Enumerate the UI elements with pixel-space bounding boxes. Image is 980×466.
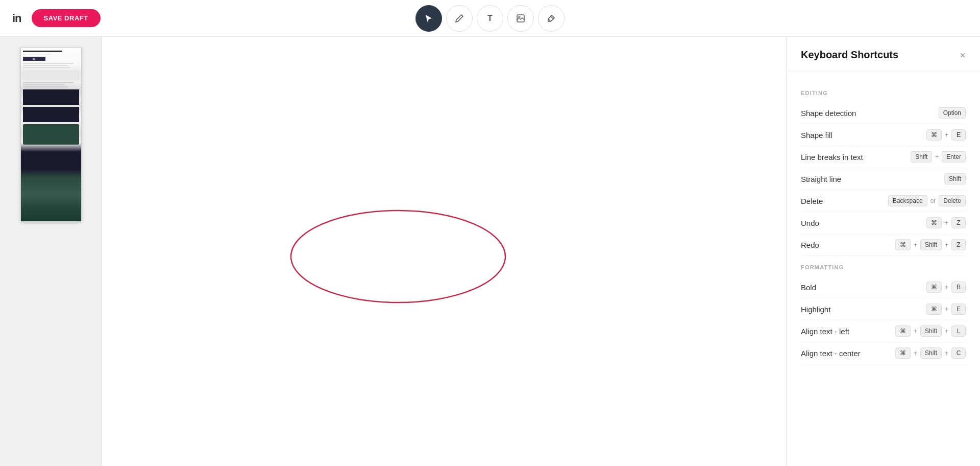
shortcut-keys-align-center: ⌘ + Shift + C [895,347,966,359]
key-cmd-redo: ⌘ [895,239,911,250]
shortcuts-title: Keyboard Shortcuts [801,49,898,61]
shortcut-bold: Bold ⌘ + B [801,276,966,298]
shortcut-straight-line: Straight line Shift [801,168,966,190]
shortcut-align-left: Align text - left ⌘ + Shift + L [801,320,966,342]
plus-linebreak: + [934,153,940,160]
key-shift-redo: Shift [920,239,942,250]
shortcut-highlight: Highlight ⌘ + E [801,298,966,320]
thumbnail-preview: M3 [21,48,81,221]
shortcut-name-bold: Bold [801,283,816,292]
shortcut-keys-undo: ⌘ + Z [926,217,966,228]
key-e-shapefill: E [951,129,966,141]
shortcut-keys-delete: Backspace or Delete [888,195,966,206]
key-cmd-alignleft: ⌘ [895,325,911,337]
editing-section-label: EDITING [801,90,966,96]
key-cmd-highlight: ⌘ [926,304,942,315]
plus-alignleft-1: + [913,328,918,335]
shortcut-name-align-center: Align text - center [801,349,861,358]
shortcut-name-redo: Redo [801,241,819,249]
shortcuts-content: EDITING Shape detection Option Shape fil… [787,72,980,375]
key-l-alignleft: L [951,325,966,337]
shortcut-keys-redo: ⌘ + Shift + Z [895,239,966,250]
plus-highlight: + [944,306,949,313]
formatting-section-label: FORMATTING [801,264,966,270]
shortcut-name-undo: Undo [801,219,819,227]
plus-aligncenter-1: + [913,350,918,357]
shortcut-keys-line-breaks: Shift + Enter [911,151,966,162]
svg-point-1 [519,16,520,18]
plus-shapefill: + [944,131,949,138]
key-z-undo: Z [951,217,966,228]
shortcut-keys-highlight: ⌘ + E [926,304,966,315]
shortcut-align-center: Align text - center ⌘ + Shift + C [801,342,966,364]
save-draft-button[interactable]: SAVE DRAFT [32,9,101,27]
key-cmd-undo: ⌘ [926,217,942,228]
toolbar: in SAVE DRAFT T [0,0,980,37]
shortcut-keys-shape-fill: ⌘ + E [926,129,966,141]
image-tool-button[interactable] [507,5,534,32]
canvas-area[interactable] [102,37,786,466]
shortcut-name-shape-fill: Shape fill [801,131,832,139]
shortcut-undo: Undo ⌘ + Z [801,212,966,234]
key-cmd-shapefill: ⌘ [926,129,942,141]
shortcut-keys-straight-line: Shift [944,173,966,184]
key-shift-straightline: Shift [944,173,966,184]
shortcut-shape-detection: Shape detection Option [801,102,966,124]
shortcut-keys-shape-detection: Option [939,107,966,119]
shortcut-delete: Delete Backspace or Delete [801,190,966,212]
shortcut-name-straight-line: Straight line [801,175,841,183]
shortcut-keys-bold: ⌘ + B [926,282,966,293]
drawn-ellipse [291,211,505,302]
key-shift-linebreak: Shift [911,151,932,162]
svg-rect-0 [517,15,524,22]
shortcut-name-align-left: Align text - left [801,327,849,336]
shortcut-shape-fill: Shape fill ⌘ + E [801,124,966,146]
key-option: Option [939,107,966,119]
key-shift-aligncenter: Shift [920,347,942,359]
or-delete: or [929,197,937,204]
text-tool-button[interactable]: T [477,5,503,32]
shortcut-keys-align-left: ⌘ + Shift + L [895,325,966,337]
key-shift-alignleft: Shift [920,325,942,337]
shortcut-line-breaks: Line breaks in text Shift + Enter [801,146,966,168]
logo-text: in [12,12,21,25]
main-area: M3 Keyboar [0,37,980,466]
plus-aligncenter-2: + [944,350,949,357]
pen-tool-button[interactable] [446,5,473,32]
shortcut-name-delete: Delete [801,197,823,205]
key-z-redo: Z [951,239,966,250]
plus-redo-1: + [913,241,918,248]
close-shortcuts-button[interactable]: × [960,50,966,60]
key-c-aligncenter: C [951,347,966,359]
key-cmd-aligncenter: ⌘ [895,347,911,359]
plus-undo: + [944,219,949,226]
logo: in [12,12,21,25]
key-delete: Delete [939,195,966,206]
key-backspace: Backspace [888,195,927,206]
shortcut-name-highlight: Highlight [801,305,830,314]
shortcuts-header: Keyboard Shortcuts × [787,37,980,72]
tool-group: T [415,5,565,32]
plus-redo-2: + [944,241,949,248]
eraser-tool-button[interactable] [538,5,565,32]
plus-bold: + [944,284,949,291]
select-tool-button[interactable] [415,5,442,32]
shortcuts-panel: Keyboard Shortcuts × EDITING Shape detec… [786,37,980,466]
page-thumbnail[interactable]: M3 [20,47,82,222]
shortcut-redo: Redo ⌘ + Shift + Z [801,234,966,256]
key-enter-linebreak: Enter [942,151,966,162]
key-cmd-bold: ⌘ [926,282,942,293]
shortcut-name-line-breaks: Line breaks in text [801,153,863,161]
plus-alignleft-2: + [944,328,949,335]
text-tool-icon: T [487,14,493,23]
sidebar: M3 [0,37,102,466]
canvas-svg [102,37,786,466]
shortcut-name-shape-detection: Shape detection [801,109,856,118]
key-e-highlight: E [951,304,966,315]
key-b-bold: B [951,282,966,293]
